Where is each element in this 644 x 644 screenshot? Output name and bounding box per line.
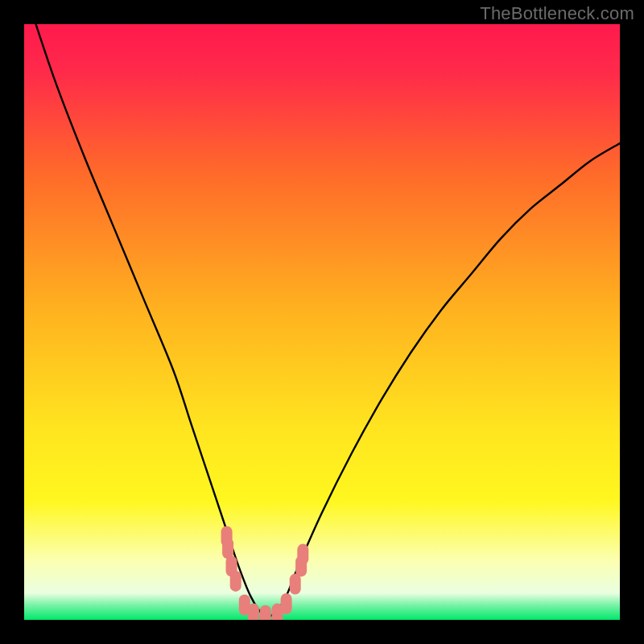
marker [260,605,271,620]
marker [248,604,259,620]
marker [281,593,292,614]
chart-overlay [24,24,620,620]
watermark-text: TheBottleneck.com [480,3,634,24]
plot-area [24,24,620,620]
chart-frame: TheBottleneck.com [0,0,644,644]
marker [222,538,233,559]
marker [297,544,308,565]
bottleneck-curve [24,24,620,616]
marker [290,574,301,595]
marker [230,571,242,592]
